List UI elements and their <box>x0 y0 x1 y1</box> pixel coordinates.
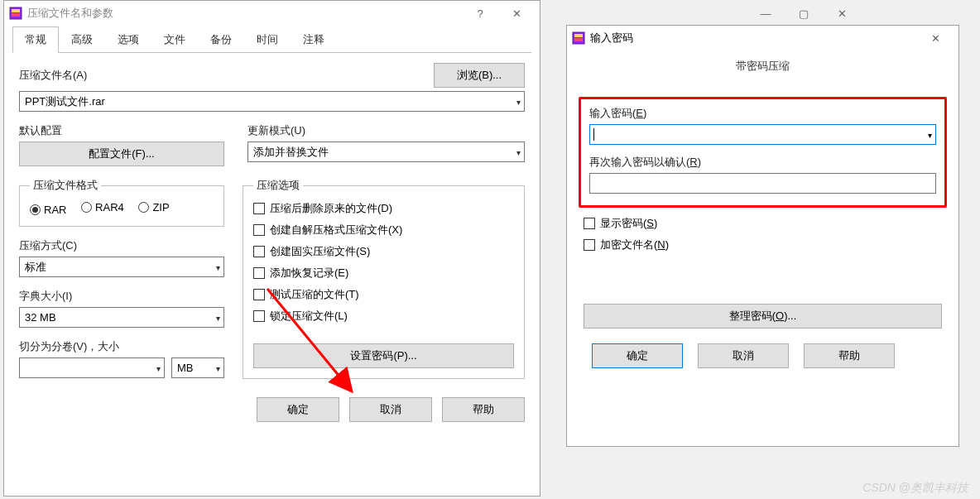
show-password-checkbox[interactable]: 显示密码(S) <box>584 216 942 231</box>
bg-minimize-button[interactable]: — <box>747 2 785 25</box>
chevron-down-icon: ▾ <box>156 363 161 372</box>
archive-name-label: 压缩文件名(A) <box>19 68 87 83</box>
split-size-combo[interactable]: ▾ <box>19 357 165 378</box>
opt-delete-after[interactable]: 压缩后删除原来的文件(D) <box>253 201 514 216</box>
dlg1-help-button[interactable]: 帮助 <box>442 397 525 422</box>
method-combo[interactable]: 标准▾ <box>19 257 224 277</box>
browse-button[interactable]: 浏览(B)... <box>434 63 525 88</box>
default-profile-label: 默认配置 <box>19 123 224 138</box>
format-rar4-radio[interactable]: RAR4 <box>81 201 124 214</box>
watermark-text: CSDN @奥凯丰科技 <box>862 481 968 496</box>
format-rar-radio[interactable]: RAR <box>30 204 66 216</box>
enter-password-label: 输入密码(E) <box>589 106 936 121</box>
dlg1-tabstrip: 常规 高级 选项 文件 备份 时间 注释 <box>12 26 531 53</box>
opt-recovery[interactable]: 添加恢复记录(E) <box>253 266 514 281</box>
radio-icon <box>30 204 41 215</box>
reenter-password-label: 再次输入密码以确认(R) <box>589 155 936 170</box>
chevron-down-icon: ▾ <box>216 363 220 372</box>
profiles-button[interactable]: 配置文件(F)... <box>19 142 224 166</box>
dlg2-close-button[interactable]: ✕ <box>917 26 954 50</box>
svg-rect-1 <box>12 9 20 12</box>
svg-rect-2 <box>12 13 20 17</box>
annotation-highlight-box: 输入密码(E) ▾ 再次输入密码以确认(R) <box>579 97 947 208</box>
bg-close-button[interactable]: ✕ <box>823 2 861 25</box>
organize-passwords-button[interactable]: 整理密码(O)... <box>584 304 942 329</box>
options-group-legend: 压缩选项 <box>253 178 303 193</box>
format-group: 压缩文件格式 RAR RAR4 ZIP <box>19 178 224 227</box>
dlg1-titlebar[interactable]: 压缩文件名和参数 ? ✕ <box>4 1 540 26</box>
encrypt-names-checkbox[interactable]: 加密文件名(N) <box>584 238 942 252</box>
dlg1-help-button[interactable]: ? <box>462 2 498 25</box>
tab-advanced[interactable]: 高级 <box>59 26 105 53</box>
options-group: 压缩选项 压缩后删除原来的文件(D) 创建自解压格式压缩文件(X) 创建固实压缩… <box>243 178 525 379</box>
checkbox-icon <box>253 203 265 214</box>
dlg1-title: 压缩文件名和参数 <box>27 6 462 21</box>
bg-maximize-button[interactable]: ▢ <box>785 2 823 25</box>
chevron-down-icon: ▾ <box>516 147 521 156</box>
set-password-button[interactable]: 设置密码(P)... <box>253 343 514 368</box>
split-label: 切分为分卷(V)，大小 <box>19 339 224 354</box>
chevron-down-icon: ▾ <box>216 262 220 271</box>
reenter-password-input[interactable] <box>589 173 936 194</box>
dlg1-close-button[interactable]: ✕ <box>498 2 535 25</box>
password-dialog: 输入密码 ✕ 带密码压缩 输入密码(E) ▾ 再次输入密码以确认(R) 显示密码… <box>566 25 959 447</box>
enter-password-input[interactable]: ▾ <box>589 124 936 145</box>
dlg2-cancel-button[interactable]: 取消 <box>698 343 789 368</box>
checkbox-icon <box>253 310 265 322</box>
tab-files[interactable]: 文件 <box>151 26 198 53</box>
tab-comment[interactable]: 注释 <box>291 26 337 53</box>
winrar-icon <box>572 31 585 45</box>
svg-rect-6 <box>574 38 583 41</box>
chevron-down-icon: ▾ <box>928 130 932 139</box>
dlg2-help-button[interactable]: 帮助 <box>804 343 895 368</box>
radio-icon <box>138 202 149 213</box>
dlg1-footer: 确定 取消 帮助 <box>4 386 540 434</box>
checkbox-icon <box>253 246 265 257</box>
winrar-icon <box>9 7 22 20</box>
dlg1-ok-button[interactable]: 确定 <box>257 397 339 422</box>
archive-name-input[interactable]: PPT测试文件.rar ▾ <box>19 91 525 112</box>
checkbox-icon <box>253 267 265 279</box>
update-mode-label: 更新模式(U) <box>247 123 525 138</box>
dlg2-ok-button[interactable]: 确定 <box>592 343 683 368</box>
tab-backup[interactable]: 备份 <box>198 26 244 53</box>
text-caret <box>593 128 594 141</box>
archive-name-value: PPT测试文件.rar <box>25 94 105 109</box>
tab-time[interactable]: 时间 <box>244 26 291 53</box>
update-mode-combo[interactable]: 添加并替换文件 ▾ <box>247 142 525 162</box>
dict-combo[interactable]: 32 MB▾ <box>19 307 224 328</box>
checkbox-icon <box>584 218 595 229</box>
opt-solid[interactable]: 创建固实压缩文件(S) <box>253 244 514 259</box>
dlg2-footer: 确定 取消 帮助 <box>567 329 958 385</box>
tab-general[interactable]: 常规 <box>12 26 59 53</box>
dlg2-title: 输入密码 <box>590 31 917 46</box>
split-unit-combo[interactable]: MB▾ <box>171 357 224 378</box>
checkbox-icon <box>584 239 595 251</box>
chevron-down-icon: ▾ <box>216 313 220 322</box>
dict-label: 字典大小(I) <box>19 289 224 304</box>
svg-rect-5 <box>574 34 583 37</box>
opt-sfx[interactable]: 创建自解压格式压缩文件(X) <box>253 223 514 238</box>
archive-params-dialog: 压缩文件名和参数 ? ✕ 常规 高级 选项 文件 备份 时间 注释 压缩文件名(… <box>3 0 540 497</box>
format-group-legend: 压缩文件格式 <box>30 178 101 193</box>
dlg1-cancel-button[interactable]: 取消 <box>349 397 432 422</box>
checkbox-icon <box>253 224 265 236</box>
dlg2-subtitle: 带密码压缩 <box>567 50 958 97</box>
tab-options[interactable]: 选项 <box>105 26 151 53</box>
update-mode-value: 添加并替换文件 <box>253 145 329 160</box>
dlg2-titlebar[interactable]: 输入密码 ✕ <box>567 26 958 50</box>
background-window-controls: — ▢ ✕ <box>612 2 861 26</box>
radio-icon <box>81 202 92 213</box>
chevron-down-icon: ▾ <box>516 97 521 106</box>
format-zip-radio[interactable]: ZIP <box>138 201 169 214</box>
opt-lock[interactable]: 锁定压缩文件(L) <box>253 309 514 324</box>
opt-test[interactable]: 测试压缩的文件(T) <box>253 287 514 302</box>
checkbox-icon <box>253 289 265 300</box>
method-label: 压缩方式(C) <box>19 238 224 253</box>
